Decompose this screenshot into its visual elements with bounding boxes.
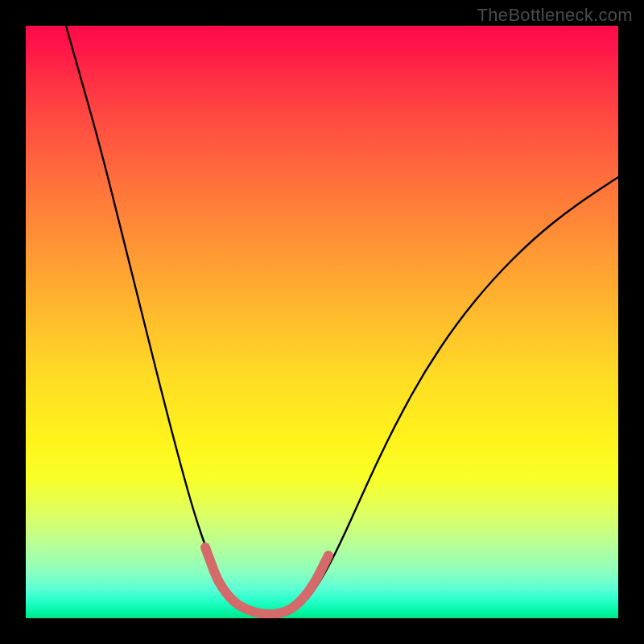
chart-frame: TheBottleneck.com xyxy=(0,0,644,644)
watermark-label: TheBottleneck.com xyxy=(477,5,633,26)
highlight-segment xyxy=(205,547,328,614)
bottleneck-curve xyxy=(66,26,618,617)
plot-area xyxy=(26,26,618,618)
curve-layer xyxy=(26,26,618,618)
